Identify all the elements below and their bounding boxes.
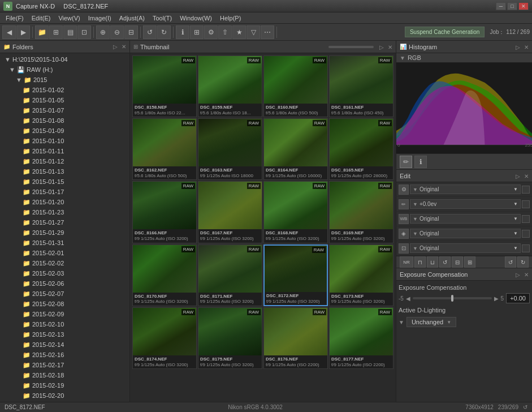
edit-close-icon[interactable]: ✕ [524,173,529,179]
edit-dropdown-2[interactable]: ▼ Original ▼ [410,214,521,224]
thumb-cell-DSC_8162.NEF[interactable]: RAWDSC_8162.NEFf/5.6 1/80s Auto (ISO 500… [132,118,197,180]
edit-checkbox-1[interactable] [522,200,530,208]
tree-folder-2015-02-17[interactable]: 📁2015-02-17 [0,360,129,370]
thumb-cell-DSC_8166.NEF[interactable]: RAWDSC_8166.NEFf/9 1/125s Auto (ISO 3200… [132,181,197,243]
tree-root[interactable]: ▼ H:\2015\2015-10-04 [0,54,129,65]
zoom-in-button[interactable]: ⊕ [96,25,110,39]
tab-edit-icon[interactable]: ✏ [400,156,412,168]
tree-folder-2015-01-15[interactable]: 📁2015-01-15 [0,177,129,187]
tab-info-icon[interactable]: ℹ [414,156,427,168]
adj-icon-crop[interactable]: ⊟ [452,256,463,268]
tree-drive[interactable]: ▼ 💾 RAW (H:) [0,65,129,75]
thumb-cell-DSC_8175.NEF[interactable]: RAWDSC_8175.NEFf/9 1/125s Auto (ISO 3200… [198,307,262,369]
thumb-expand-icon[interactable]: ▷ [379,44,384,50]
thumb-cell-DSC_8164.NEF[interactable]: RAWDSC_8164.NEFf/9 1/125s Auto (ISO 1600… [263,118,328,180]
rotate-right-button[interactable]: ↻ [157,25,171,39]
tree-folder-2015-02-07[interactable]: 📁2015-02-07 [0,289,129,299]
select-button[interactable]: ⊡ [77,25,91,39]
tree-folder-2015-01-09[interactable]: 📁2015-01-09 [0,126,129,136]
thumb-cell-DSC_8177.NEF[interactable]: RAWDSC_8177.NEFf/9 1/125s Auto (ISO 2200… [329,307,393,369]
back-button[interactable]: ◀ [2,25,16,39]
compare-button[interactable]: ⊞ [190,25,204,39]
menu-edit[interactable]: Edit(E) [28,14,54,23]
edit-checkbox-3[interactable] [522,230,530,238]
grid-button[interactable]: ⊞ [49,25,63,39]
tree-folder-2015-01-31[interactable]: 📁2015-01-31 [0,238,129,248]
thumb-cell-DSC_8176.NEF[interactable]: RAWDSC_8176.NEFf/9 1/125s Auto (ISO 2200… [263,307,328,369]
tree-folder-2015-02-10[interactable]: 📁2015-02-10 [0,319,129,329]
rotate-left-button[interactable]: ↺ [143,25,157,39]
menu-view[interactable]: View(V) [55,14,83,23]
thumb-cell-DSC_8163.NEF[interactable]: RAWDSC_8163.NEFf/9 1/125s Auto ISO 18000 [198,118,262,180]
adj-icon-extra[interactable]: ⊞ [464,256,475,268]
thumb-cell-DSC_8159.NEF[interactable]: RAWDSC_8159.NEFf/5.6 1/80s Auto ISO 18..… [198,55,262,117]
tree-folder-2015-02-13[interactable]: 📁2015-02-13 [0,329,129,340]
thumb-cell-DSC_8160.NEF[interactable]: RAWDSC_8160.NEFf/5.6 1/80s Auto (ISO 500… [263,55,328,117]
view-button[interactable]: ▤ [63,25,77,39]
tree-year[interactable]: ▼ 📁 2015 [0,75,129,85]
folder-button[interactable]: 📁 [35,25,49,39]
tree-folder-2015-01-10[interactable]: 📁2015-01-10 [0,136,129,146]
adj-icon-nr[interactable]: NR [400,256,413,268]
menu-image[interactable]: Image(I) [85,14,115,23]
forward-button[interactable]: ▶ [16,25,30,39]
thumb-cell-DSC_8165.NEF[interactable]: RAWDSC_8165.NEFf/9 1/125s Auto (ISO 2800… [329,118,393,180]
tree-folder-2015-01-13[interactable]: 📁2015-01-13 [0,166,129,177]
tree-folder-2015-02-19[interactable]: 📁2015-02-19 [0,380,129,390]
edit-checkbox-4[interactable] [522,244,530,252]
minimize-button[interactable]: ─ [496,2,506,10]
hist-expand-icon[interactable]: ▷ [516,44,520,50]
tree-folder-2015-01-08[interactable]: 📁2015-01-08 [0,115,129,126]
edit-expand-icon[interactable]: ▷ [516,173,520,179]
dlighting-expand-icon[interactable]: ▼ [399,319,404,325]
tree-folder-2015-01-11[interactable]: 📁2015-01-11 [0,146,129,156]
tree-folder-2015-01-20[interactable]: 📁2015-01-20 [0,197,129,207]
edit-dropdown-4[interactable]: ▼ Original ▼ [410,243,521,253]
dlighting-dropdown[interactable]: Unchanged ▼ [406,317,456,327]
maximize-button[interactable]: □ [507,2,517,10]
thumb-cell-DSC_8170.NEF[interactable]: RAWDSC_8170.NEFf/9 1/125s Auto (ISO 3200… [132,244,197,307]
edit-checkbox-2[interactable] [522,215,530,223]
tree-folder-2015-02-01[interactable]: 📁2015-02-01 [0,248,129,258]
zoom-out-button[interactable]: ⊖ [110,25,124,39]
menu-window[interactable]: Window(W) [176,14,215,23]
thumb-close-icon[interactable]: ✕ [388,44,392,50]
tree-folder-2015-01-12[interactable]: 📁2015-01-12 [0,156,129,166]
tree-folder-2015-01-02[interactable]: 📁2015-01-02 [0,85,129,95]
tree-folder-2015-02-03[interactable]: 📁2015-02-03 [0,268,129,278]
export-button[interactable]: ⇧ [218,25,232,39]
tree-folder-2015-02-16[interactable]: 📁2015-02-16 [0,350,129,360]
exposure-thumb[interactable] [451,295,453,302]
rotate-icon[interactable]: ↺ [523,404,527,410]
thumb-cell-DSC_8168.NEF[interactable]: RAWDSC_8168.NEFf/9 1/125s Auto (ISO 3200… [263,181,328,243]
adj-redo-icon[interactable]: ↻ [517,256,529,268]
thumb-cell-DSC_8174.NEF[interactable]: RAWDSC_8174.NEFf/9 1/125s Auto (ISO 3200… [132,307,197,369]
thumbnail-size-slider[interactable] [328,46,374,48]
thumb-cell-DSC_8161.NEF[interactable]: RAWDSC_8161.NEFf/5.6 1/80s Auto (ISO 450… [329,55,393,117]
exposure-value[interactable]: +0.00 [506,293,530,303]
tree-folder-2015-01-17[interactable]: 📁2015-01-17 [0,187,129,197]
tree-folder-2015-01-05[interactable]: 📁2015-01-05 [0,95,129,105]
edit-checkbox-0[interactable] [522,186,530,194]
menu-file[interactable]: File(F) [2,14,27,23]
adj-icon-rotate[interactable]: ↺ [439,256,451,268]
hist-close-icon[interactable]: ✕ [524,44,529,50]
edit-dropdown-3[interactable]: ▼ Original ▼ [410,229,521,238]
tree-folder-2015-01-29[interactable]: 📁2015-01-29 [0,228,129,238]
adj-undo-icon[interactable]: ↺ [505,256,516,268]
folder-tree[interactable]: ▼ H:\2015\2015-10-04 ▼ 💾 RAW (H:) ▼ 📁 20… [0,53,129,402]
exp-left-arrow[interactable]: ◀ [406,295,410,302]
close-button[interactable]: ✕ [518,2,529,10]
star-button[interactable]: ★ [232,25,246,39]
tree-folder-2015-01-23[interactable]: 📁2015-01-23 [0,207,129,217]
tree-folder-2015-02-14[interactable]: 📁2015-02-14 [0,340,129,350]
fit-button[interactable]: ⊟ [124,25,138,39]
tree-folder-2015-02-18[interactable]: 📁2015-02-18 [0,370,129,380]
exp-expand-icon[interactable]: ▷ [516,272,520,278]
exp-right-arrow[interactable]: ▶ [494,295,499,302]
cache-button[interactable]: Suspend Cache Generation [405,27,485,37]
menu-tool[interactable]: Tool(T) [149,14,175,23]
tree-folder-2015-01-07[interactable]: 📁2015-01-07 [0,105,129,115]
tree-folder-2015-02-09[interactable]: 📁2015-02-09 [0,309,129,319]
thumb-cell-DSC_8172.NEF[interactable]: RAWDSC_8172.NEFf/9 1/125s Auto (ISO 3200… [263,244,328,307]
